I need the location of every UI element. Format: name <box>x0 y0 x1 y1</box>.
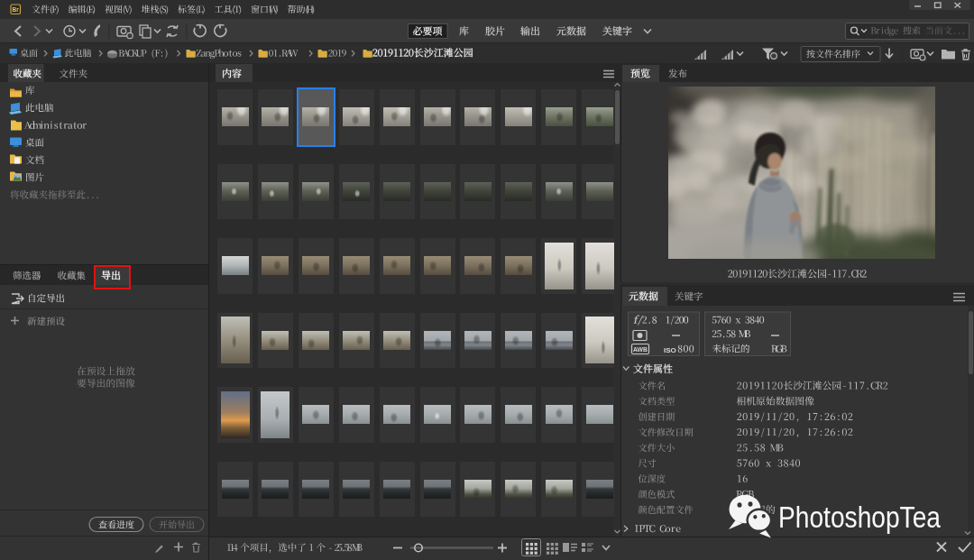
svg-text:PhotoshopTea: PhotoshopTea <box>778 500 941 534</box>
